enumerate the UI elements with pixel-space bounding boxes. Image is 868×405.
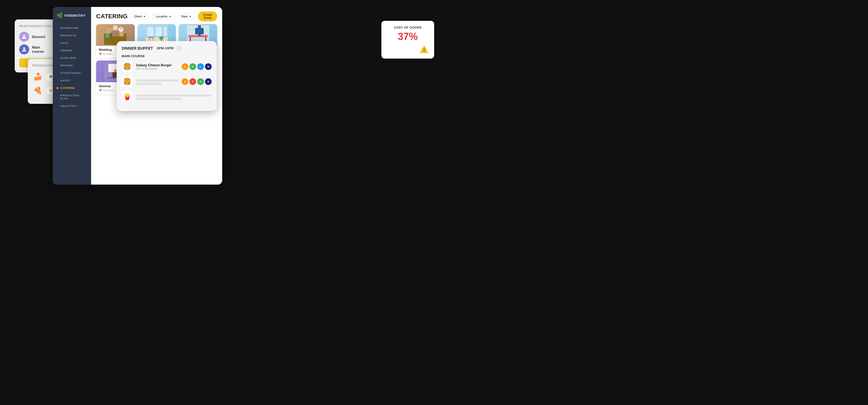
svg-point-21: [159, 36, 164, 40]
placeholder-desc-2: [136, 83, 161, 85]
sidebar-item-lists[interactable]: LISTS: [53, 39, 91, 47]
status-dot-ready: [50, 75, 52, 78]
placeholder-name-3: [136, 94, 212, 97]
client-filter-button[interactable]: Client ▼: [130, 13, 149, 20]
sidebar-item-sales[interactable]: SALES: [53, 77, 91, 84]
calendar-icon: 📅: [99, 53, 102, 56]
catering-page-title: CATERING: [96, 13, 127, 20]
svg-point-39: [113, 77, 115, 79]
burger-emoji-1: 🍔: [122, 61, 133, 72]
svg-rect-27: [196, 29, 203, 34]
cost-title: COST OF GOODS: [386, 26, 429, 29]
chip-N-1: N: [205, 63, 212, 70]
sidebar-item-catering[interactable]: CATERING: [53, 84, 91, 92]
sidebar-item-suppliers[interactable]: SUPPLIERS: [53, 54, 91, 62]
burger-emoji-2: 🍔: [122, 76, 133, 87]
chip-N-2: N: [205, 78, 212, 85]
sidebar-item-stocktaking[interactable]: STOCKTAKING: [53, 69, 91, 77]
event-date-seminar: 📅 TH 07/13: [99, 89, 113, 92]
chevron-down-icon-2: ▼: [169, 15, 172, 18]
cost-value: 37%: [386, 31, 429, 42]
resp-name-1: Dessert: [32, 35, 52, 39]
date-filter-button[interactable]: Date ▼: [178, 13, 195, 20]
avatar-chips-1: A G L N: [182, 63, 212, 70]
svg-rect-6: [114, 25, 117, 28]
clock-icon: 🕐: [176, 46, 181, 50]
sidebar-logo: 🌿 FOODNOTIFY: [53, 12, 91, 24]
buffet-title: DINNER BUFFET: [122, 46, 153, 50]
svg-rect-15: [164, 27, 167, 36]
menu-item-info-2: [136, 78, 178, 85]
svg-rect-10: [105, 34, 110, 38]
menu-item-row-1: 🍔 Galaxy Cheese Burger Out of this world…: [122, 61, 212, 72]
sidebar-item-analytics[interactable]: ANALYTICS: [53, 102, 91, 110]
buffet-header: DINNER BUFFET 6PM-10PM 🕐: [122, 46, 212, 50]
avatar-1: [19, 32, 29, 42]
sidebar: 🌿 FOODNOTIFY DASHBOARD PRODUCTS LISTS OR…: [53, 7, 91, 184]
svg-text:!: !: [423, 48, 425, 53]
sidebar-item-products[interactable]: PRODUCTS: [53, 32, 91, 39]
pizza-emoji: 🍕: [32, 85, 43, 96]
svg-point-1: [23, 47, 25, 49]
sidebar-item-recipes[interactable]: RECIPES: [53, 62, 91, 69]
cost-of-goods-card: COST OF GOODS 37% !: [381, 21, 434, 59]
chip-A-1: A: [182, 63, 188, 70]
svg-rect-17: [148, 37, 154, 38]
placeholder-name-2: [136, 79, 178, 81]
avatar-2: [19, 44, 29, 55]
logo-icon: 🌿: [57, 12, 63, 19]
status-dot-inprogress: [50, 89, 52, 92]
chip-L-1: L: [197, 63, 204, 70]
svg-rect-4: [111, 31, 119, 36]
svg-rect-19: [153, 38, 153, 40]
menu-item-row-3: 🍟: [122, 91, 212, 102]
chevron-down-icon: ▼: [143, 15, 146, 18]
avatar-chips-2: A F G N: [182, 78, 212, 85]
menu-item-desc-1: Out of this world!: [136, 67, 178, 70]
svg-point-37: [107, 77, 109, 79]
create-event-button[interactable]: Create Event: [198, 11, 217, 21]
svg-rect-18: [149, 38, 150, 40]
chip-F-2: F: [189, 78, 196, 85]
sidebar-item-production-plan[interactable]: PRODUCTION PLAN: [53, 92, 91, 102]
cake-emoji: 🍰: [32, 71, 43, 82]
logo-text: FOODNOTIFY: [64, 14, 85, 17]
svg-point-38: [110, 77, 112, 78]
event-date-wedding: 📅 SA 05/01: [99, 53, 113, 56]
chevron-down-icon-3: ▼: [189, 15, 192, 18]
cost-warning: !: [386, 45, 429, 54]
calendar-icon-4: 📅: [99, 89, 102, 92]
chip-G-1: G: [189, 63, 196, 70]
fries-emoji: 🍟: [122, 91, 133, 102]
buffet-section-title: MAIN COURSE: [122, 55, 212, 58]
svg-rect-36: [114, 72, 116, 73]
svg-rect-13: [147, 27, 154, 36]
sidebar-item-dashboard[interactable]: DASHBOARD: [53, 24, 91, 32]
resp-name-2: Main course: [32, 45, 52, 54]
svg-point-35: [114, 69, 117, 72]
chip-A-2: A: [182, 78, 188, 85]
svg-rect-24: [190, 37, 191, 41]
buffet-time: 6PM-10PM: [157, 46, 174, 50]
buffet-card: DINNER BUFFET 6PM-10PM 🕐 MAIN COURSE 🍔 G…: [117, 41, 217, 111]
chip-G-2: G: [197, 78, 204, 85]
menu-item-info-3: [136, 93, 212, 100]
location-filter-button[interactable]: Location ▼: [152, 13, 175, 20]
svg-rect-14: [155, 27, 162, 36]
menu-item-row-2: 🍔 A F G N: [122, 76, 212, 87]
svg-rect-11: [110, 33, 112, 38]
menu-item-info-1: Galaxy Cheese Burger Out of this world!: [136, 63, 178, 70]
menu-item-name-1: Galaxy Cheese Burger: [136, 63, 178, 67]
sidebar-item-orders[interactable]: ORDERS: [53, 47, 91, 54]
catering-header: CATERING Client ▼ Location ▼ Date ▼ Crea…: [91, 7, 222, 24]
svg-rect-25: [205, 37, 206, 41]
placeholder-desc-3: [136, 98, 181, 100]
svg-rect-29: [197, 35, 202, 36]
svg-rect-28: [198, 34, 200, 35]
svg-point-0: [23, 35, 25, 37]
